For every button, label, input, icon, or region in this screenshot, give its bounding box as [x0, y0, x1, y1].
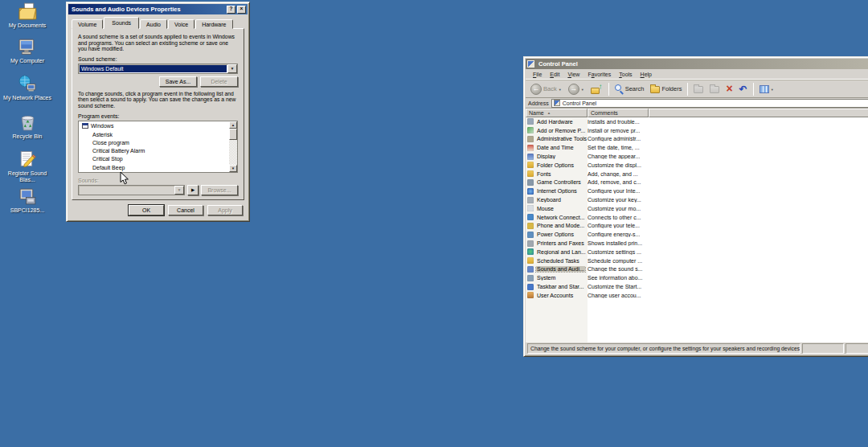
folders-icon	[650, 86, 660, 93]
views-button[interactable]	[757, 84, 776, 95]
table-row-keyboard[interactable]: KeyboardCustomize your key...	[526, 195, 868, 204]
program-event-label: Critical Stop	[92, 156, 123, 162]
cancel-button[interactable]: Cancel	[168, 205, 203, 215]
events-description: To change sounds, click a program event …	[78, 91, 238, 109]
desktop-icon-sbpci-setup[interactable]: SBPCI1285...	[2, 187, 53, 214]
tab-voice[interactable]: Voice	[168, 19, 194, 29]
chevron-down-icon[interactable]	[174, 186, 184, 195]
table-row-folder-options[interactable]: Folder OptionsCustomize the displ...	[526, 161, 868, 170]
table-row-regional-language[interactable]: Regional and Lan...Customize settings ..…	[526, 248, 868, 256]
address-input[interactable]: Control Panel	[551, 99, 868, 108]
help-button[interactable]: ?	[227, 6, 235, 14]
program-events-listbox[interactable]: WindowsAsteriskClose programCritical Bat…	[78, 121, 238, 173]
ok-button[interactable]: OK	[129, 205, 164, 215]
menu-view[interactable]: View	[563, 72, 583, 77]
move-to-button[interactable]	[691, 83, 706, 95]
table-row-add-remove-programs[interactable]: Add or Remove P...Install or remove pr..…	[526, 126, 868, 135]
delete-button-toolbar[interactable]	[723, 82, 735, 96]
back-button[interactable]: Back	[528, 82, 564, 96]
menu-favorites[interactable]: Favorites	[583, 72, 615, 77]
add-remove-programs-icon	[527, 127, 534, 133]
scroll-down-icon[interactable]	[229, 165, 237, 172]
table-row-network-connections[interactable]: Network Connect...Connects to other c...	[526, 213, 868, 222]
sounds-select[interactable]	[78, 185, 185, 195]
table-row-game-controllers[interactable]: Game ControllersAdd, remove, and c...	[526, 178, 868, 187]
column-header-name[interactable]: Name ▲	[526, 109, 588, 117]
sound-scheme-label: Sound scheme:	[78, 56, 238, 62]
desktop-icon-recycle-bin[interactable]: Recycle Bin	[2, 113, 53, 140]
table-row-internet-options[interactable]: Internet OptionsConfigure your Inte...	[526, 187, 868, 195]
table-row-printers-faxes[interactable]: Printers and FaxesShows installed prin..…	[526, 239, 868, 248]
apply-button[interactable]: Apply	[207, 205, 243, 215]
menu-help[interactable]: Help	[637, 72, 656, 77]
tab-audio[interactable]: Audio	[140, 19, 167, 29]
date-time-icon	[527, 145, 534, 151]
up-button[interactable]	[588, 82, 605, 96]
table-row-system[interactable]: SystemSee information abo...	[526, 273, 868, 282]
table-row-add-hardware[interactable]: Add HardwareInstalls and trouble...	[526, 117, 868, 126]
scrollbar[interactable]	[229, 121, 237, 172]
table-row-user-accounts[interactable]: User AccountsChange user accou...	[526, 291, 868, 300]
table-row-date-time[interactable]: Date and TimeSet the date, time, ...	[526, 143, 868, 152]
program-event-item[interactable]: Default Beep	[79, 163, 229, 171]
close-button[interactable]: ×	[237, 6, 246, 14]
forward-button[interactable]	[566, 82, 587, 96]
table-row-mouse[interactable]: MouseCustomize your mo...	[526, 204, 868, 213]
desktop-icon-my-network-places[interactable]: My Network Places	[2, 74, 53, 101]
menu-tools[interactable]: Tools	[615, 72, 636, 77]
sound-scheme-select[interactable]: Windows Default	[78, 64, 238, 74]
browse-button[interactable]: Browse...	[201, 185, 238, 195]
table-row-power-options[interactable]: Power OptionsConfigure energy-s...	[526, 230, 868, 239]
table-row-display[interactable]: DisplayChange the appear...	[526, 152, 868, 161]
control-panel-icon	[527, 60, 534, 68]
program-event-item[interactable]: Close program	[79, 138, 229, 146]
program-event-item[interactable]: Critical Stop	[79, 155, 229, 163]
table-row-phone-modem[interactable]: Phone and Mode...Configure your tele...	[526, 222, 868, 231]
play-sound-button[interactable]: ▶	[187, 185, 199, 195]
back-label: Back	[543, 85, 557, 92]
table-row-administrative-tools[interactable]: Administrative ToolsConfigure administr.…	[526, 135, 868, 144]
table-row-fonts[interactable]: FontsAdd, change, and ...	[526, 170, 868, 178]
views-dropdown-icon[interactable]	[771, 85, 774, 92]
desktop-icon-register-sound-blaster[interactable]: Register Sound Blas...	[2, 150, 53, 183]
table-row-scheduled-tasks[interactable]: Scheduled TasksSchedule computer ...	[526, 256, 868, 265]
scroll-thumb[interactable]	[229, 129, 237, 140]
program-event-item[interactable]: Critical Battery Alarm	[79, 146, 229, 154]
program-event-item[interactable]: Asterisk	[79, 130, 229, 138]
item-name: Scheduled Tasks	[536, 258, 580, 264]
column-header-comments[interactable]: Comments	[588, 109, 649, 117]
menu-bar: FileEditViewFavoritesToolsHelp	[526, 70, 868, 80]
save-as-button[interactable]: Save As...	[159, 76, 197, 87]
item-comment: Customize the Start...	[588, 284, 641, 289]
desktop-icon-label: Recycle Bin	[13, 133, 43, 140]
menu-file[interactable]: File	[529, 72, 546, 77]
column-headers: Name ▲ Comments	[526, 109, 868, 117]
address-label: Address	[528, 100, 549, 106]
back-dropdown-icon[interactable]	[559, 85, 562, 92]
desktop-icon-my-documents[interactable]: My Documents	[2, 2, 53, 29]
dialog-titlebar[interactable]: Sounds and Audio Devices Properties ? ×	[68, 4, 248, 14]
menu-edit[interactable]: Edit	[546, 72, 563, 77]
cp-titlebar[interactable]: Control Panel	[526, 59, 868, 69]
copy-to-button[interactable]	[707, 83, 722, 95]
program-event-item[interactable]: Windows	[79, 122, 229, 130]
tab-sounds[interactable]: Sounds	[104, 17, 139, 29]
chevron-down-icon[interactable]	[227, 64, 237, 73]
delete-button[interactable]: Delete	[200, 76, 238, 87]
item-name: Add or Remove P...	[536, 128, 586, 133]
scroll-track[interactable]	[229, 140, 237, 165]
item-comment: Configure energy-s...	[588, 232, 640, 237]
tab-hardware[interactable]: Hardware	[195, 19, 232, 29]
tab-volume[interactable]: Volume	[72, 19, 103, 29]
item-name: Folder Options	[536, 162, 575, 168]
search-button[interactable]: Search	[612, 83, 647, 95]
undo-button[interactable]	[737, 83, 750, 96]
desktop-icon-my-computer[interactable]: My Computer	[2, 37, 53, 64]
forward-dropdown-icon[interactable]	[581, 85, 584, 92]
sounds-properties-dialog: Sounds and Audio Devices Properties ? × …	[66, 2, 250, 222]
table-row-taskbar-start[interactable]: Taskbar and Star...Customize the Start..…	[526, 282, 868, 291]
table-row-sounds-audio[interactable]: Sounds and Audi...Change the sound s...	[526, 265, 868, 274]
item-name: Administrative Tools	[536, 136, 588, 141]
scroll-up-icon[interactable]	[229, 121, 237, 129]
folders-button[interactable]: Folders	[648, 83, 684, 95]
